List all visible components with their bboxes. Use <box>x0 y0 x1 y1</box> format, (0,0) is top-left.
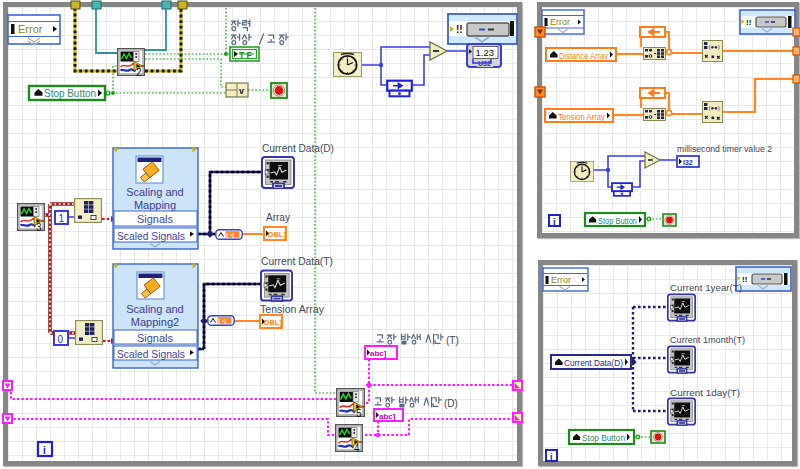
svg-text:3: 3 <box>36 222 42 233</box>
svg-text:!!: !! <box>456 24 463 35</box>
svg-text:!!: !! <box>746 18 751 27</box>
svg-text:Stop Button: Stop Button <box>44 87 96 99</box>
svg-text:abc]: abc] <box>370 349 387 358</box>
svg-text:Error: Error <box>551 275 571 285</box>
svg-text:Error: Error <box>18 23 43 35</box>
svg-text:abc]: abc] <box>379 412 396 421</box>
svg-text:Tension Array: Tension Array <box>260 304 324 315</box>
svg-text:!!: !! <box>742 275 747 284</box>
svg-text:Current 1year(T): Current 1year(T) <box>670 282 742 293</box>
svg-text:I32: I32 <box>683 159 693 166</box>
svg-text:Current Data(T): Current Data(T) <box>261 256 333 267</box>
svg-text:5: 5 <box>356 408 362 419</box>
svg-text:DBL]: DBL] <box>264 318 282 327</box>
svg-text:(D): (D) <box>444 398 458 409</box>
svg-text:Signals: Signals <box>137 213 174 225</box>
svg-text:Current Data(D): Current Data(D) <box>262 143 334 154</box>
svg-text:Scaled Signals: Scaled Signals <box>117 230 185 242</box>
svg-text:DBL]: DBL] <box>268 230 286 239</box>
svg-text:1.23: 1.23 <box>476 47 495 58</box>
svg-text:0: 0 <box>58 334 64 345</box>
svg-text:Tension Array: Tension Array <box>558 111 605 122</box>
svg-text:Distance Array: Distance Array <box>559 50 608 61</box>
svg-text:Current Data(D): Current Data(D) <box>564 357 623 368</box>
svg-text:Scaling and: Scaling and <box>126 186 184 198</box>
svg-text:Stop Button: Stop Button <box>582 433 625 443</box>
svg-text:millisecond timer value 2: millisecond timer value 2 <box>677 144 772 154</box>
svg-text:Stop Button: Stop Button <box>598 216 637 226</box>
svg-text:Error: Error <box>550 17 570 27</box>
svg-text:i: i <box>43 445 46 456</box>
svg-text:Array: Array <box>266 212 290 223</box>
svg-text:Scaled Signals: Scaled Signals <box>117 348 185 360</box>
svg-text:i: i <box>553 217 556 227</box>
svg-text:1: 1 <box>59 213 65 224</box>
svg-text:i: i <box>550 452 553 462</box>
svg-text:4: 4 <box>354 443 360 454</box>
svg-text:(T): (T) <box>446 335 459 346</box>
svg-text:Scaling and: Scaling and <box>126 303 184 315</box>
svg-text:Current 1day(T): Current 1day(T) <box>670 387 740 398</box>
svg-text:v: v <box>239 86 244 96</box>
svg-text:Signals: Signals <box>137 332 174 344</box>
svg-text:Mapping2: Mapping2 <box>131 316 179 328</box>
svg-text:Mapping: Mapping <box>134 199 176 211</box>
svg-text:2: 2 <box>136 67 142 78</box>
svg-text:Current 1month(T): Current 1month(T) <box>670 334 745 345</box>
